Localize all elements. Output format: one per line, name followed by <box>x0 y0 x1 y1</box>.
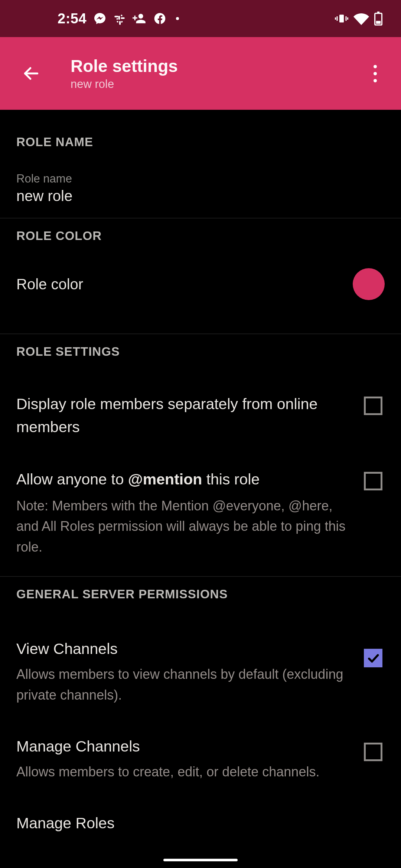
svg-rect-8 <box>376 21 381 24</box>
more-notifications-dot-icon <box>176 17 179 20</box>
svg-rect-1 <box>339 15 344 23</box>
more-vert-icon <box>374 65 377 68</box>
section-header-role-name: ROLE NAME <box>0 128 401 156</box>
role-name-label: Role name <box>16 172 385 185</box>
status-time: 2:54 <box>58 11 87 27</box>
status-left: 2:54 <box>58 11 179 27</box>
battery-icon <box>374 11 382 26</box>
checkbox-view-channels[interactable] <box>364 649 382 667</box>
setting-display-separately[interactable]: Display role members separately from onl… <box>0 378 401 453</box>
status-bar: 2:54 <box>0 0 401 37</box>
back-button[interactable] <box>18 60 45 87</box>
permission-manage-channels-title: Manage Channels <box>16 735 353 758</box>
role-name-value: new role <box>16 188 385 204</box>
app-bar: Role settings new role <box>0 37 401 110</box>
app-bar-titles: Role settings new role <box>71 56 362 91</box>
setting-allow-mention-title: Allow anyone to @mention this role <box>16 468 353 491</box>
nav-handle[interactable] <box>163 859 238 861</box>
svg-rect-7 <box>377 11 379 13</box>
slack-icon <box>113 12 126 25</box>
content: ROLE NAME Role name new role ROLE COLOR … <box>0 110 401 835</box>
setting-display-separately-title: Display role members separately from onl… <box>16 393 353 438</box>
check-icon <box>366 651 380 665</box>
checkbox-display-separately[interactable] <box>364 397 382 415</box>
setting-allow-mention-desc: Note: Members with the Mention @everyone… <box>16 496 353 558</box>
permission-view-channels-desc: Allows members to view channels by defau… <box>16 664 353 706</box>
add-contact-icon <box>133 11 147 26</box>
setting-allow-mention[interactable]: Allow anyone to @mention this role Note:… <box>0 453 401 572</box>
section-header-general-permissions: GENERAL SERVER PERMISSIONS <box>0 581 401 608</box>
permission-manage-roles[interactable]: Manage Roles <box>0 797 401 835</box>
section-header-role-color: ROLE COLOR <box>0 222 401 250</box>
page-subtitle: new role <box>71 78 362 91</box>
arrow-left-icon <box>22 64 40 83</box>
permission-view-channels[interactable]: View Channels Allows members to view cha… <box>0 623 401 720</box>
role-color-row[interactable]: Role color <box>0 250 401 333</box>
role-name-field[interactable]: Role name new role <box>0 156 401 218</box>
facebook-icon <box>153 12 167 25</box>
permission-manage-roles-title: Manage Roles <box>16 812 386 835</box>
checkbox-allow-mention[interactable] <box>364 472 382 490</box>
svg-point-0 <box>176 17 179 20</box>
status-right <box>335 11 382 26</box>
role-color-swatch <box>353 268 385 300</box>
overflow-menu-button[interactable] <box>362 60 388 87</box>
vibrate-icon <box>335 12 348 25</box>
permission-view-channels-title: View Channels <box>16 638 353 661</box>
permission-manage-channels-desc: Allows members to create, edit, or delet… <box>16 762 353 782</box>
checkbox-manage-channels[interactable] <box>364 743 382 761</box>
wifi-icon <box>353 11 369 26</box>
permission-manage-channels[interactable]: Manage Channels Allows members to create… <box>0 720 401 797</box>
role-color-label: Role color <box>16 276 83 293</box>
messenger-icon <box>93 12 107 25</box>
section-header-role-settings: ROLE SETTINGS <box>0 338 401 365</box>
page-title: Role settings <box>71 56 362 76</box>
